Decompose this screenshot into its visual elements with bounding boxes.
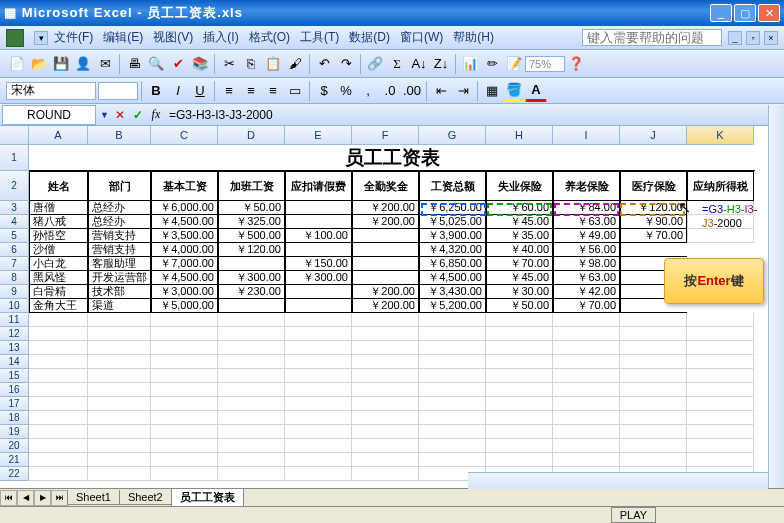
cell[interactable] — [419, 369, 486, 383]
cell[interactable]: ￥49.00 — [553, 229, 620, 243]
cell[interactable] — [620, 453, 687, 467]
cell[interactable] — [285, 369, 352, 383]
cell[interactable]: ￥120.00 — [620, 201, 687, 215]
research-icon[interactable]: 📚 — [189, 53, 211, 75]
cell[interactable] — [620, 397, 687, 411]
cell[interactable] — [218, 467, 285, 481]
play-button[interactable]: PLAY — [611, 507, 656, 523]
cell[interactable] — [285, 453, 352, 467]
cell[interactable] — [151, 397, 218, 411]
cell[interactable] — [88, 397, 151, 411]
doc-x-icon[interactable]: × — [764, 31, 778, 45]
cell[interactable] — [218, 369, 285, 383]
menu-view[interactable]: 视图(V) — [149, 27, 197, 48]
cell[interactable] — [285, 467, 352, 481]
cell[interactable] — [88, 467, 151, 481]
cell[interactable] — [687, 425, 754, 439]
formula-input[interactable]: =G3-H3-I3-J3-2000 — [165, 106, 784, 124]
table-header[interactable]: 姓名 — [29, 171, 88, 201]
table-header[interactable]: 全勤奖金 — [352, 171, 419, 201]
cell[interactable]: ￥200.00 — [352, 299, 419, 313]
cell[interactable] — [218, 439, 285, 453]
cell[interactable]: ￥3,430.00 — [419, 285, 486, 299]
row-header[interactable]: 14 — [0, 355, 29, 369]
cell[interactable] — [88, 327, 151, 341]
cell[interactable] — [218, 411, 285, 425]
cell[interactable] — [553, 397, 620, 411]
cell[interactable] — [553, 411, 620, 425]
chart-icon[interactable]: 📊 — [459, 53, 481, 75]
cell[interactable]: ￥325.00 — [218, 215, 285, 229]
cell[interactable] — [29, 467, 88, 481]
cell[interactable]: ￥5,025.00 — [419, 215, 486, 229]
cell[interactable] — [486, 355, 553, 369]
table-header[interactable]: 应扣请假费 — [285, 171, 352, 201]
cell[interactable]: ￥42.00 — [553, 285, 620, 299]
paste-icon[interactable]: 📋 — [262, 53, 284, 75]
sum-icon[interactable]: Σ — [386, 53, 408, 75]
cell[interactable] — [620, 411, 687, 425]
percent-icon[interactable]: % — [335, 80, 357, 102]
open-icon[interactable]: 📂 — [28, 53, 50, 75]
cell[interactable] — [553, 383, 620, 397]
borders-icon[interactable]: ▦ — [481, 80, 503, 102]
help-icon[interactable]: ❓ — [565, 53, 587, 75]
cell[interactable]: ￥7,000.00 — [151, 257, 218, 271]
cell[interactable] — [553, 425, 620, 439]
cell[interactable] — [486, 313, 553, 327]
cell[interactable] — [419, 411, 486, 425]
font-color-icon[interactable]: A — [525, 80, 547, 102]
cell[interactable] — [486, 327, 553, 341]
table-header[interactable]: 部门 — [88, 171, 151, 201]
row-header[interactable]: 15 — [0, 369, 29, 383]
cell[interactable] — [285, 313, 352, 327]
cell[interactable] — [687, 201, 754, 215]
italic-icon[interactable]: I — [167, 80, 189, 102]
dec-decimal-icon[interactable]: .00 — [401, 80, 423, 102]
cell[interactable] — [29, 369, 88, 383]
cell[interactable]: 技术部 — [88, 285, 151, 299]
cell[interactable] — [687, 397, 754, 411]
cell[interactable]: ￥5,000.00 — [151, 299, 218, 313]
cell[interactable] — [352, 383, 419, 397]
cell[interactable]: ￥4,500.00 — [419, 271, 486, 285]
cell[interactable]: 营销支持 — [88, 229, 151, 243]
row-header[interactable]: 8 — [0, 271, 29, 285]
cell[interactable]: ￥70.00 — [620, 229, 687, 243]
cell[interactable] — [620, 355, 687, 369]
cut-icon[interactable]: ✂ — [218, 53, 240, 75]
cell[interactable]: 金角大王 — [29, 299, 88, 313]
cell[interactable] — [285, 383, 352, 397]
cell[interactable] — [486, 453, 553, 467]
cell[interactable] — [151, 313, 218, 327]
cell[interactable] — [687, 313, 754, 327]
redo-icon[interactable]: ↷ — [335, 53, 357, 75]
cell[interactable] — [218, 425, 285, 439]
row-header[interactable]: 21 — [0, 453, 29, 467]
cell[interactable] — [285, 215, 352, 229]
cell[interactable]: ￥6,250.00 — [419, 201, 486, 215]
dec-indent-icon[interactable]: ⇤ — [430, 80, 452, 102]
col-header[interactable]: A — [29, 126, 88, 145]
cell[interactable] — [218, 355, 285, 369]
align-right-icon[interactable]: ≡ — [262, 80, 284, 102]
cell[interactable] — [419, 327, 486, 341]
cell[interactable] — [486, 369, 553, 383]
cell[interactable] — [352, 369, 419, 383]
cell[interactable] — [88, 425, 151, 439]
link-icon[interactable]: 🔗 — [364, 53, 386, 75]
cell[interactable] — [218, 341, 285, 355]
cell[interactable] — [29, 425, 88, 439]
minimize-button[interactable]: _ — [710, 4, 732, 22]
underline-icon[interactable]: U — [189, 80, 211, 102]
cell[interactable] — [486, 341, 553, 355]
inc-indent-icon[interactable]: ⇥ — [452, 80, 474, 102]
table-header[interactable]: 工资总额 — [419, 171, 486, 201]
cell[interactable] — [151, 453, 218, 467]
row-header[interactable]: 17 — [0, 397, 29, 411]
spell-icon[interactable]: ✔ — [167, 53, 189, 75]
cell[interactable] — [285, 439, 352, 453]
menu-file[interactable]: 文件(F) — [50, 27, 97, 48]
scrollbar-horizontal[interactable] — [468, 472, 768, 489]
cell[interactable] — [285, 327, 352, 341]
